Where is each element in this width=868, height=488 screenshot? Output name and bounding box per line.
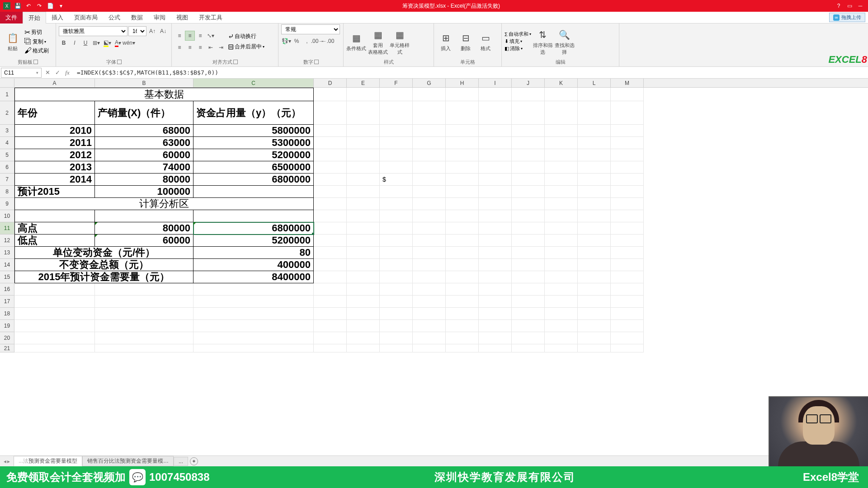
font-name-select[interactable]: 微软雅黑 [59, 26, 127, 36]
cell-empty[interactable] [193, 283, 314, 296]
cell-empty[interactable] [314, 332, 347, 344]
cell-x-3[interactable]: 68000 [95, 125, 193, 137]
cell-empty[interactable] [545, 222, 578, 235]
row-header-2[interactable]: 2 [0, 101, 14, 125]
cell-low-label[interactable]: 低点 [14, 235, 95, 247]
cell-empty[interactable] [512, 174, 545, 186]
cell-empty[interactable] [193, 332, 314, 344]
align-bottom-button[interactable]: ≡ [195, 31, 205, 41]
fill-handle[interactable] [312, 233, 314, 235]
cell-empty[interactable] [380, 283, 413, 296]
column-header-B[interactable]: B [95, 79, 193, 87]
row-header-15[interactable]: 15 [0, 271, 14, 283]
column-header-K[interactable]: K [545, 79, 578, 87]
cell-fixed-value[interactable]: 400000 [193, 259, 314, 271]
cell-empty[interactable] [611, 125, 644, 137]
cell-empty[interactable] [611, 271, 644, 283]
cell-empty[interactable] [314, 137, 347, 149]
cell-empty[interactable] [545, 344, 578, 352]
cell-empty[interactable] [512, 296, 545, 308]
cell-empty[interactable] [14, 332, 95, 344]
cell-empty[interactable] [512, 161, 545, 174]
cell-empty[interactable] [545, 308, 578, 320]
cell-empty[interactable] [95, 308, 193, 320]
row-header-11[interactable]: 11 [0, 222, 14, 235]
cell-empty[interactable] [380, 149, 413, 161]
cell-y-3[interactable]: 5800000 [193, 125, 314, 137]
cell-empty[interactable] [479, 186, 512, 198]
cell-empty[interactable] [380, 271, 413, 283]
cell-empty[interactable] [545, 174, 578, 186]
help-icon[interactable]: ? [835, 2, 843, 10]
cell-empty[interactable] [314, 174, 347, 186]
cell-empty[interactable] [512, 222, 545, 235]
percent-button[interactable]: % [292, 36, 302, 46]
cell-empty[interactable] [578, 137, 611, 149]
cell-empty[interactable] [347, 174, 380, 186]
cell-empty[interactable] [545, 161, 578, 174]
align-top-button[interactable]: ≡ [175, 31, 184, 41]
insert-function-button[interactable]: fx [62, 68, 72, 78]
row-header-10[interactable]: 10 [0, 210, 14, 222]
cell-empty[interactable] [479, 149, 512, 161]
wrap-text-button[interactable]: ⤶自动换行 [228, 32, 264, 41]
cell-empty[interactable] [479, 283, 512, 296]
cell-empty[interactable] [545, 137, 578, 149]
cell-forecast-x[interactable]: 100000 [95, 186, 193, 198]
cell-empty[interactable] [512, 308, 545, 320]
increase-font-button[interactable]: A↑ [147, 26, 157, 36]
alignment-launcher[interactable] [233, 60, 238, 64]
cell-forecast-y[interactable] [193, 186, 314, 198]
upload-badge[interactable]: ∞ 拖拽上传 [829, 13, 865, 22]
row-header-9[interactable]: 9 [0, 198, 14, 210]
cell-empty[interactable] [446, 235, 479, 247]
insert-cells-button[interactable]: ⊞插入 [437, 26, 455, 57]
cell-b10[interactable] [95, 210, 193, 222]
cut-button[interactable]: ✂剪切 [24, 28, 49, 37]
cell-empty[interactable] [314, 161, 347, 174]
cell-empty[interactable] [545, 332, 578, 344]
cell-empty[interactable] [413, 259, 446, 271]
cell-empty[interactable] [14, 308, 95, 320]
align-left-button[interactable]: ≡ [175, 42, 184, 52]
cell-year-4[interactable]: 2011 [14, 137, 95, 149]
bold-button[interactable]: B [59, 38, 69, 48]
cell-empty[interactable] [95, 332, 193, 344]
undo-icon[interactable]: ↶ [24, 2, 33, 10]
cell-low-x[interactable]: 60000 [95, 235, 193, 247]
cell-empty[interactable] [314, 222, 347, 235]
cell-empty[interactable] [347, 125, 380, 137]
cell-empty[interactable] [512, 320, 545, 332]
cell-empty[interactable] [545, 186, 578, 198]
accounting-button[interactable]: 💱▾ [281, 36, 291, 46]
cell-empty[interactable] [578, 222, 611, 235]
cell-year-3[interactable]: 2010 [14, 125, 95, 137]
delete-cells-button[interactable]: ⊟删除 [457, 26, 475, 57]
cell-empty[interactable] [446, 210, 479, 222]
cell-empty[interactable] [512, 247, 545, 259]
cell-empty[interactable] [446, 125, 479, 137]
paste-button[interactable]: 📋 粘贴 [3, 26, 23, 57]
cell-empty[interactable] [479, 271, 512, 283]
cell-empty[interactable] [413, 235, 446, 247]
cell-empty[interactable] [611, 259, 644, 271]
row-header-7[interactable]: 7 [0, 174, 14, 186]
row-header-18[interactable]: 18 [0, 308, 14, 320]
cell-title[interactable]: 基本数据 [14, 88, 314, 101]
cell-empty[interactable] [446, 186, 479, 198]
cell-empty[interactable] [14, 320, 95, 332]
tab-review[interactable]: 审阅 [148, 12, 171, 23]
border-button[interactable]: ⊞▾ [91, 38, 101, 48]
cell-empty[interactable] [446, 332, 479, 344]
cell-high-y[interactable]: 6800000 [193, 222, 314, 235]
format-table-button[interactable]: ▦套用 表格格式 [368, 26, 388, 57]
cell-empty[interactable] [413, 332, 446, 344]
formula-enter-button[interactable]: ✓ [52, 68, 62, 78]
row-header-21[interactable]: 21 [0, 344, 14, 352]
cell-empty[interactable] [611, 198, 644, 210]
cell-empty[interactable] [14, 283, 95, 296]
cell-empty[interactable] [446, 174, 479, 186]
cell-high-x[interactable]: 80000 [95, 222, 193, 235]
cell-empty[interactable] [413, 296, 446, 308]
cell-empty[interactable] [611, 210, 644, 222]
